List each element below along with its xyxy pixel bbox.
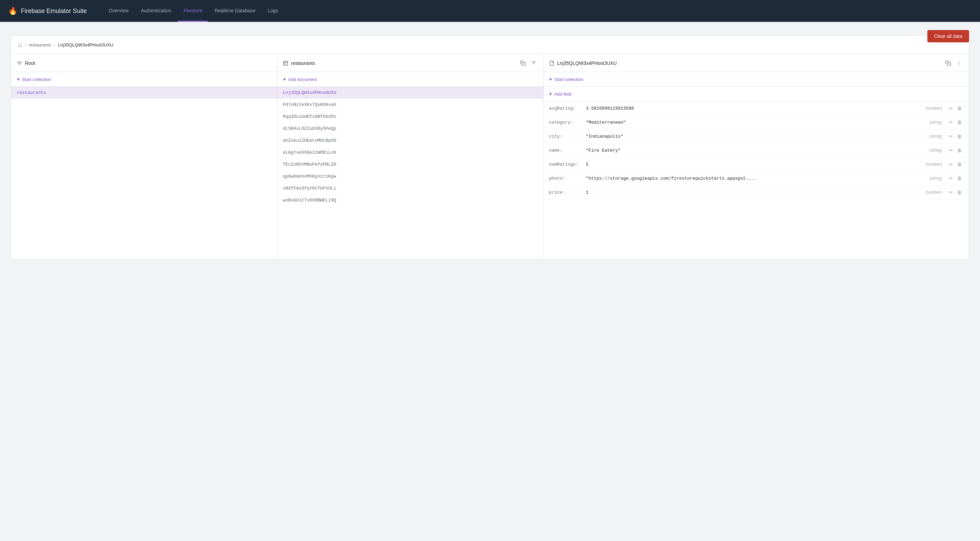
doc-item-4[interactable]: dnZokuiZOEmrnMOcBpSO — [277, 135, 543, 146]
nav-authentication[interactable]: Authentication — [135, 0, 177, 22]
breadcrumb-doc-id: Lnj35QLQW3x4PHosOUXU — [58, 42, 113, 48]
nav-logs[interactable]: Logs — [262, 0, 283, 22]
plus-icon-add-field: + — [549, 91, 552, 97]
svg-point-8 — [959, 63, 959, 63]
field-type-2: (string) — [929, 134, 945, 139]
doc-item-0[interactable]: Lnj35QLQW3x4PHosOUXU — [277, 87, 543, 99]
field-key-4: numRatings: — [549, 162, 583, 167]
root-wifi-icon — [17, 60, 22, 66]
field-key-6: price: — [549, 190, 583, 195]
column-document: Lnj35QLQW3x4PHosOUXU — [544, 54, 969, 259]
edit-field-2[interactable]: ✏ — [948, 133, 955, 140]
add-field-label: Add field — [554, 92, 572, 97]
document-column-title: Lnj35QLQW3x4PHosOUXU — [557, 60, 942, 66]
more-document-button[interactable] — [955, 59, 963, 67]
doc-item-9[interactable]: wnRoGUiCTv6hRBWELl9Q — [277, 194, 543, 206]
start-collection-doc-label: Start collection — [554, 77, 583, 82]
restaurants-column-title: restaurants — [291, 60, 516, 66]
add-document-button[interactable]: + Add document — [277, 72, 543, 87]
field-row-1: category: "Mediterranean" (string) ✏ 🗑 — [544, 116, 969, 129]
restaurants-column-header: restaurants — [277, 54, 543, 72]
breadcrumb-sep-1: › — [25, 42, 26, 48]
collection-icon — [283, 60, 288, 66]
clear-all-data-button[interactable]: Clear all data — [928, 30, 969, 42]
edit-field-5[interactable]: ✏ — [948, 175, 955, 182]
nav-overview[interactable]: Overview — [103, 0, 134, 22]
field-actions-0: ✏ 🗑 — [948, 105, 963, 112]
field-type-0: (number) — [925, 106, 945, 111]
home-icon[interactable]: ⌂ — [18, 41, 22, 49]
root-column-title: Root — [25, 60, 272, 66]
field-row-0: avgRating: 3.5816899119913588 (number) ✏… — [544, 102, 969, 116]
delete-field-2[interactable]: 🗑 — [956, 133, 963, 140]
field-key-0: avgRating: — [549, 106, 583, 111]
add-document-label: Add document — [288, 77, 317, 82]
field-value-3: "Fire Eatery" — [586, 148, 927, 153]
delete-field-6[interactable]: 🗑 — [956, 189, 963, 196]
svg-rect-1 — [283, 61, 288, 65]
delete-field-3[interactable]: 🗑 — [956, 147, 963, 154]
edit-field-6[interactable]: ✏ — [948, 189, 955, 196]
app-brand: 🔥 Firebase Emulator Suite — [8, 6, 87, 15]
root-column-header: Root — [11, 54, 277, 72]
field-row-3: name: "Fire Eatery" (string) ✏ 🗑 — [544, 143, 969, 157]
doc-item-8[interactable]: vBXfFAzOfqYGCfbFVULl — [277, 182, 543, 194]
copy-document-button[interactable] — [944, 59, 952, 67]
nav-firestore[interactable]: Firestore — [178, 0, 208, 22]
field-row-4: numRatings: 5 (number) ✏ 🗑 — [544, 157, 969, 171]
doc-item-1[interactable]: Pd7oNz2eXKxTQsKO9va6 — [277, 99, 543, 111]
edit-field-4[interactable]: ✏ — [948, 161, 955, 168]
svg-rect-2 — [522, 62, 525, 65]
column-restaurants: restaurants — [277, 54, 544, 259]
main-content: Clear all data ⌂ › restaurants › Lnj35QL… — [0, 22, 980, 268]
document-column-header: Lnj35QLQW3x4PHosOUXU — [544, 54, 969, 72]
breadcrumb-sep-2: › — [54, 42, 55, 48]
delete-field-0[interactable]: 🗑 — [956, 105, 963, 112]
delete-field-4[interactable]: 🗑 — [956, 161, 963, 168]
field-key-2: city: — [549, 134, 583, 139]
field-type-3: (string) — [929, 148, 945, 153]
field-type-1: (string) — [929, 120, 945, 125]
start-collection-doc-button[interactable]: + Start collection — [544, 72, 969, 87]
field-type-6: (number) — [925, 190, 945, 195]
field-actions-5: ✏ 🗑 — [948, 175, 963, 182]
field-value-0: 3.5816899119913588 — [586, 106, 923, 111]
doc-item-6[interactable]: fEcZoNSVMNoPefyPBLZH — [277, 159, 543, 170]
add-field-button[interactable]: + Add field — [544, 87, 969, 102]
field-key-5: photo: — [549, 176, 583, 181]
field-value-1: "Mediterranean" — [586, 120, 927, 125]
document-icon — [549, 60, 555, 66]
delete-field-1[interactable]: 🗑 — [956, 119, 963, 126]
breadcrumb-restaurants[interactable]: restaurants — [29, 42, 51, 48]
doc-item-5[interactable]: eLAgYxeSS6k2zWORiLcK — [277, 146, 543, 159]
breadcrumb: ⌂ › restaurants › Lnj35QLQW3x4PHosOUXU — [11, 36, 969, 54]
plus-icon-root: + — [17, 76, 20, 82]
field-actions-2: ✏ 🗑 — [948, 133, 963, 140]
field-key-3: name: — [549, 148, 583, 153]
edit-field-1[interactable]: ✏ — [948, 119, 955, 126]
nav-links: Overview Authentication Firestore Realti… — [103, 0, 283, 22]
start-collection-button[interactable]: + Start collection — [11, 72, 277, 87]
field-value-5: "https://storage.googleapis.com/firestor… — [586, 176, 927, 181]
field-actions-6: ✏ 🗑 — [948, 189, 963, 196]
start-collection-label: Start collection — [22, 77, 51, 82]
field-actions-3: ✏ 🗑 — [948, 147, 963, 154]
delete-field-5[interactable]: 🗑 — [956, 175, 963, 182]
edit-field-0[interactable]: ✏ — [948, 105, 955, 112]
filter-restaurants-button[interactable] — [530, 59, 538, 67]
field-actions-1: ✏ 🗑 — [948, 119, 963, 126]
nav-realtime-database[interactable]: Realtime Database — [209, 0, 261, 22]
doc-item-7[interactable]: qp0wXmohoMhKpnzt1Kgw — [277, 170, 543, 182]
doc-item-3[interactable]: dL5B4vLDZZubSRy5PeQp — [277, 123, 543, 135]
field-value-6: 1 — [586, 190, 923, 195]
field-row-5: photo: "https://storage.googleapis.com/f… — [544, 171, 969, 186]
copy-restaurants-button[interactable] — [519, 59, 527, 67]
field-type-4: (number) — [925, 162, 945, 167]
doc-item-2[interactable]: Rqq3DcuUdHTsOBfOSd5h — [277, 111, 543, 123]
field-row-2: city: "Indianapolis" (string) ✏ 🗑 — [544, 129, 969, 143]
column-root: Root + Start collection restaurants — [11, 54, 277, 259]
edit-field-3[interactable]: ✏ — [948, 147, 955, 154]
collection-item-restaurants[interactable]: restaurants — [11, 87, 277, 99]
app-title: Firebase Emulator Suite — [21, 8, 87, 15]
columns: Root + Start collection restaurants — [11, 54, 969, 259]
